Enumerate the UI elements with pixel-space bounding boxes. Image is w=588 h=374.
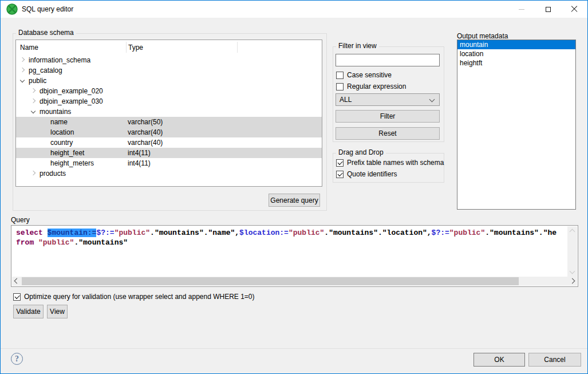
query-token: ."mountains"."he (485, 229, 557, 237)
column-header-type[interactable]: Type (128, 44, 143, 52)
query-token: "public" (289, 229, 324, 237)
query-token: $location:= (239, 229, 289, 237)
maximize-button[interactable] (535, 1, 561, 18)
dnd-option-checkbox[interactable] (336, 171, 344, 178)
tree-cell-name: country (50, 139, 73, 147)
tree-row-public[interactable]: public (16, 76, 322, 86)
dnd-option-row[interactable]: Prefix table names with schema (336, 157, 442, 168)
query-token: ."mountains"."location", (324, 229, 431, 237)
generate-query-button[interactable]: Generate query (269, 194, 320, 207)
titlebar[interactable]: SQL query editor (1, 1, 587, 18)
query-line: from "public"."mountains" (16, 238, 565, 247)
validate-button[interactable]: Validate (13, 305, 44, 318)
filter-option-row[interactable]: Regular expression (336, 81, 442, 92)
close-icon (571, 6, 578, 13)
tree-cell-name: height_meters (50, 159, 94, 167)
optimize-query-checkbox-row[interactable]: Optimize query for validation (use wrapp… (13, 291, 255, 302)
scroll-up-icon[interactable] (570, 229, 575, 235)
query-token: ."mountains" (74, 238, 128, 247)
chevron-down-icon (429, 97, 435, 103)
tree-row-height_meters[interactable]: height_metersint4(11) (16, 158, 322, 168)
question-mark-icon: ? (15, 355, 19, 364)
tree-cell-name: dbjoin_example_020 (40, 87, 103, 95)
expand-icon[interactable] (31, 88, 35, 93)
query-horizontal-scrollbar[interactable] (12, 277, 577, 286)
filter-option-label: Regular expression (347, 82, 406, 90)
output-metadata-list[interactable]: mountainlocationheightft (457, 40, 576, 210)
tree-row-pg_catalog[interactable]: pg_catalog (16, 65, 322, 76)
filter-button[interactable]: Filter (336, 110, 440, 123)
reset-button[interactable]: Reset (336, 127, 440, 140)
tree-cell-name: mountains (40, 108, 71, 116)
help-button[interactable]: ? (11, 353, 23, 365)
close-button[interactable] (561, 1, 587, 18)
expand-icon[interactable] (20, 68, 25, 72)
ok-button[interactable]: OK (473, 353, 525, 367)
sql-query-editor-dialog: SQL query editor Database schema Name Ty… (0, 0, 588, 374)
dnd-option-row[interactable]: Quote identifiers (336, 168, 442, 180)
expand-icon[interactable] (31, 99, 35, 103)
expand-icon[interactable] (31, 171, 35, 175)
tree-cell-name: height_feet (50, 149, 84, 157)
tree-cell-type: varchar(50) (128, 118, 163, 126)
query-token: "public" (449, 229, 485, 237)
collapse-icon[interactable] (31, 109, 35, 113)
filter-input[interactable] (336, 54, 440, 66)
expand-icon[interactable] (20, 57, 25, 62)
cancel-button[interactable]: Cancel (528, 353, 581, 367)
column-divider[interactable] (237, 42, 238, 53)
output-metadata-label: Output metadata (457, 32, 508, 40)
query-line: select $mountain:=$?:="public"."mountain… (16, 228, 565, 238)
database-schema-group-label: Database schema (16, 29, 76, 37)
minimize-button[interactable] (508, 1, 535, 18)
query-text[interactable]: select $mountain:=$?:="public"."mountain… (16, 228, 565, 268)
tree-cell-name: dbjoin_example_030 (40, 97, 103, 105)
scroll-right-icon[interactable] (570, 278, 575, 284)
tree-row-dbjoin_example_020[interactable]: dbjoin_example_020 (16, 86, 322, 96)
tree-cell-name: information_schema (29, 56, 90, 64)
query-editor[interactable]: select $mountain:=$?:="public"."mountain… (11, 225, 578, 287)
tree-cell-type: int4(11) (128, 159, 151, 167)
metadata-item-heightft[interactable]: heightft (457, 58, 575, 68)
schema-tree[interactable]: Name Type information_schemapg_catalogpu… (15, 40, 322, 187)
query-vertical-scrollbar[interactable] (567, 226, 577, 277)
metadata-item-location[interactable]: location (457, 49, 575, 58)
tree-row-country[interactable]: countryvarchar(40) (16, 137, 322, 148)
filter-option-row[interactable]: Case sensitive (336, 69, 442, 81)
tree-row-mountains[interactable]: mountains (16, 107, 322, 117)
minimize-icon (519, 9, 524, 10)
tree-cell-type: int4(11) (128, 149, 151, 157)
query-token: "public" (115, 229, 150, 237)
tree-row-location[interactable]: locationvarchar(40) (16, 127, 322, 137)
filter-option-checkbox[interactable] (336, 83, 344, 90)
tree-cell-name: pg_catalog (29, 66, 62, 74)
column-divider[interactable] (126, 42, 127, 53)
dnd-option-checkbox[interactable] (336, 159, 344, 167)
filter-scope-dropdown[interactable]: ALL (336, 93, 440, 106)
bottom-separator (1, 348, 587, 349)
filter-checkboxes: Case sensitiveRegular expression (336, 69, 442, 92)
tree-cell-name: location (50, 128, 74, 136)
view-button[interactable]: View (47, 305, 68, 318)
tree-row-products[interactable]: products (16, 168, 322, 179)
metadata-item-mountain[interactable]: mountain (457, 40, 575, 49)
query-token: $?:= (96, 229, 114, 237)
tree-row-dbjoin_example_030[interactable]: dbjoin_example_030 (16, 96, 322, 107)
scroll-left-icon[interactable] (14, 278, 20, 284)
query-token: "public" (38, 238, 74, 247)
query-token: from (16, 238, 38, 247)
tree-cell-name: products (40, 170, 66, 178)
collapse-icon[interactable] (20, 78, 25, 82)
dnd-option-label: Prefix table names with schema (347, 159, 444, 167)
tree-row-height_feet[interactable]: height_feetint4(11) (16, 148, 322, 158)
filter-option-checkbox[interactable] (336, 72, 344, 79)
query-token: $?:= (432, 229, 449, 237)
column-header-name[interactable]: Name (20, 44, 38, 52)
tree-row-name[interactable]: namevarchar(50) (16, 117, 322, 127)
query-token: select (16, 229, 48, 237)
tree-row-information_schema[interactable]: information_schema (16, 55, 322, 65)
optimize-query-checkbox[interactable] (13, 293, 21, 301)
drag-and-drop-checkboxes: Prefix table names with schemaQuote iden… (336, 157, 442, 180)
scroll-down-icon[interactable] (570, 269, 575, 274)
scrollbar-thumb[interactable] (22, 277, 519, 285)
